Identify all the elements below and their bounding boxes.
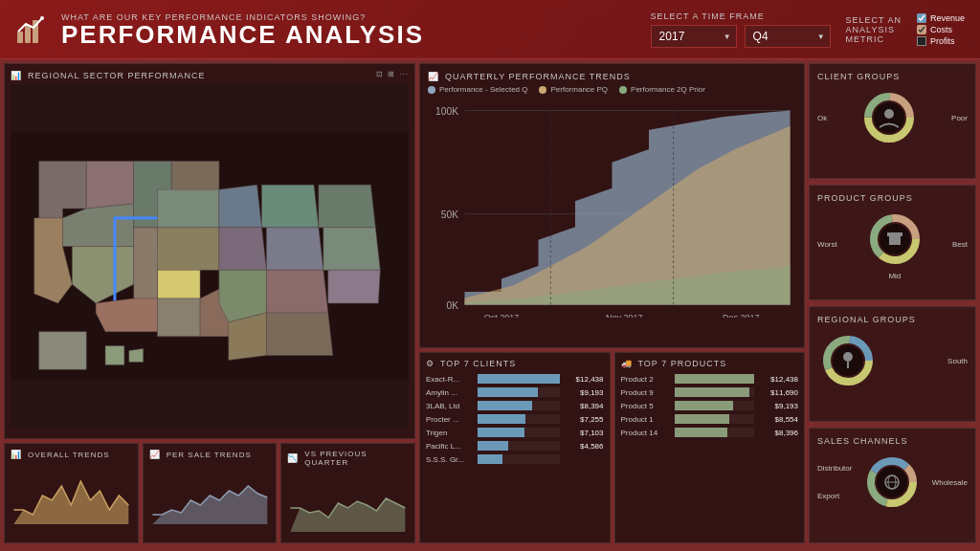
svg-marker-38	[291, 498, 406, 532]
legend-items: Revenue Costs Profits	[917, 13, 965, 46]
client-bar-4	[478, 414, 525, 424]
map-top-bar: ⊡ ⊞ ···	[376, 70, 409, 78]
client-groups-ok-label: Ok	[817, 114, 827, 122]
legend-selected-q: Performance - Selected Q	[428, 85, 527, 94]
product-bar-container-5	[675, 428, 755, 437]
client-value-3: $8,394	[564, 402, 604, 410]
regional-groups-title: REGIONAL GROUPS	[817, 315, 968, 324]
quarter-dropdown[interactable]: Q4 Q3 Q2 Q1	[745, 25, 831, 48]
legend-profits[interactable]: Profits	[917, 36, 965, 46]
svg-rect-1	[25, 26, 31, 43]
pq-dot	[539, 86, 546, 94]
regional-groups-south-label: South	[947, 357, 968, 365]
product-donut-wrapper: Mid	[864, 209, 925, 280]
header-text: What are our key performance indicators …	[61, 12, 651, 47]
product-value-3: $9,193	[758, 402, 798, 410]
product-value-2: $11,690	[758, 388, 798, 397]
svg-marker-16	[134, 228, 158, 298]
top-clients-panel: ⚙ TOP 7 CLIENTS Exact-R... $12,438 Amyli…	[419, 352, 611, 543]
map-btn-3[interactable]: ···	[399, 70, 409, 78]
map-container	[11, 84, 409, 428]
bottom-data-panels: ⚙ TOP 7 CLIENTS Exact-R... $12,438 Amyli…	[419, 352, 805, 543]
client-bar-container-5	[478, 428, 560, 437]
svg-point-3	[40, 16, 44, 20]
client-name-7: S.S.S. Gr...	[426, 455, 474, 464]
vs-previous-quarter-title: 📉 VS PREVIOUS QUARTER	[287, 450, 409, 467]
product-name-5: Product 14	[621, 429, 671, 437]
svg-marker-37	[152, 486, 267, 524]
client-bar-container-4	[478, 414, 560, 424]
quarterly-icon: 📈	[428, 72, 439, 81]
svg-marker-30	[319, 185, 375, 228]
client-row-5: Trigen $7,103	[426, 428, 604, 437]
product-value-1: $12,438	[758, 375, 798, 384]
product-bar-container-3	[675, 401, 755, 410]
client-groups-donut	[858, 87, 920, 148]
us-map-svg	[11, 84, 409, 428]
main-content: 📊 REGIONAL SECTOR PERFORMANCE ⊡ ⊞ ···	[0, 59, 980, 551]
legend-costs[interactable]: Costs	[917, 25, 965, 34]
client-row-3: 3LAB, Ltd $8,394	[426, 401, 604, 410]
dropdowns-row: 2017 2016 Q4 Q3 Q2 Q1	[651, 25, 831, 48]
product-groups-donut	[864, 209, 925, 270]
svg-marker-17	[96, 298, 157, 332]
product-bar-5	[675, 428, 728, 437]
top-products-title: 🚚 TOP 7 PRODUCTS	[621, 359, 799, 368]
product-bar-container-2	[675, 387, 755, 397]
regional-groups-donut	[817, 330, 879, 391]
year-dropdown[interactable]: 2017 2016	[651, 25, 737, 48]
mid-column: 📈 QUARTERLY PERFORMANCE TRENDS Performan…	[419, 63, 805, 543]
map-btn-2[interactable]: ⊞	[388, 70, 395, 78]
overall-trends-title: 📊 OVERALL TRENDS	[11, 450, 132, 459]
client-name-3: 3LAB, Ltd	[426, 402, 474, 410]
client-value-5: $7,103	[564, 429, 604, 437]
svg-marker-34	[105, 346, 124, 365]
map-panel-title: 📊 REGIONAL SECTOR PERFORMANCE ⊡ ⊞ ···	[11, 70, 409, 80]
product-row-3: Product 5 $9,193	[621, 401, 799, 410]
costs-checkbox[interactable]	[917, 25, 926, 34]
2q-prior-dot	[619, 86, 627, 94]
revenue-checkbox[interactable]	[917, 13, 926, 23]
top-clients-title: ⚙ TOP 7 CLIENTS	[426, 359, 604, 368]
product-groups-panel: PRODUCT GROUPS Worst Mid Best	[809, 185, 976, 300]
map-icon: 📊	[11, 71, 22, 80]
sales-channels-donut	[861, 452, 923, 513]
svg-marker-24	[261, 185, 318, 228]
svg-text:50K: 50K	[441, 209, 458, 220]
analysis-label: SELECT ANANALYSISMETRIC	[846, 15, 902, 44]
client-name-4: Procter ...	[426, 415, 474, 424]
per-sale-trends-panel: 📈 PER SALE TRENDS	[143, 443, 278, 543]
map-btn-1[interactable]: ⊡	[376, 70, 384, 78]
product-name-3: Product 5	[621, 402, 671, 410]
year-dropdown-wrapper[interactable]: 2017 2016	[651, 25, 737, 48]
product-name-1: Product 2	[621, 375, 671, 384]
sales-channels-left-labels: Distributor Export	[817, 464, 852, 500]
svg-marker-35	[129, 349, 144, 363]
client-row-7: S.S.S. Gr...	[426, 454, 604, 464]
svg-marker-25	[266, 228, 323, 271]
overall-trends-panel: 📊 OVERALL TRENDS	[4, 443, 139, 543]
product-groups-best-label: Best	[952, 240, 968, 249]
per-sale-trends-chart	[149, 467, 271, 524]
legend-pq: Performance PQ	[539, 85, 608, 94]
product-value-4: $8,554	[758, 415, 798, 424]
legend-revenue[interactable]: Revenue	[917, 13, 965, 23]
vs-previous-quarter-panel: 📉 VS PREVIOUS QUARTER	[280, 443, 415, 543]
client-groups-panel: CLIENT GROUPS Ok Poor	[809, 63, 976, 179]
client-bar-container-1	[478, 374, 560, 384]
client-row-1: Exact-R... $12,438	[426, 374, 604, 384]
overall-trends-chart	[11, 467, 132, 524]
product-row-4: Product 1 $8,554	[621, 414, 799, 424]
profits-label: Profits	[930, 36, 955, 46]
header-controls: SELECT A TIME FRAME 2017 2016 Q4 Q3 Q2 Q…	[651, 11, 965, 48]
header: What are our key performance indicators …	[0, 0, 980, 59]
kpi-icon	[15, 12, 50, 47]
per-sale-trends-title: 📈 PER SALE TRENDS	[149, 450, 271, 459]
quarter-dropdown-wrapper[interactable]: Q4 Q3 Q2 Q1	[745, 25, 831, 48]
time-frame-label: SELECT A TIME FRAME	[651, 11, 765, 21]
product-name-4: Product 1	[621, 415, 671, 424]
product-bar-1	[675, 374, 755, 384]
profits-box	[917, 36, 926, 46]
client-bar-6	[478, 441, 508, 451]
vs-previous-quarter-chart	[287, 474, 409, 532]
